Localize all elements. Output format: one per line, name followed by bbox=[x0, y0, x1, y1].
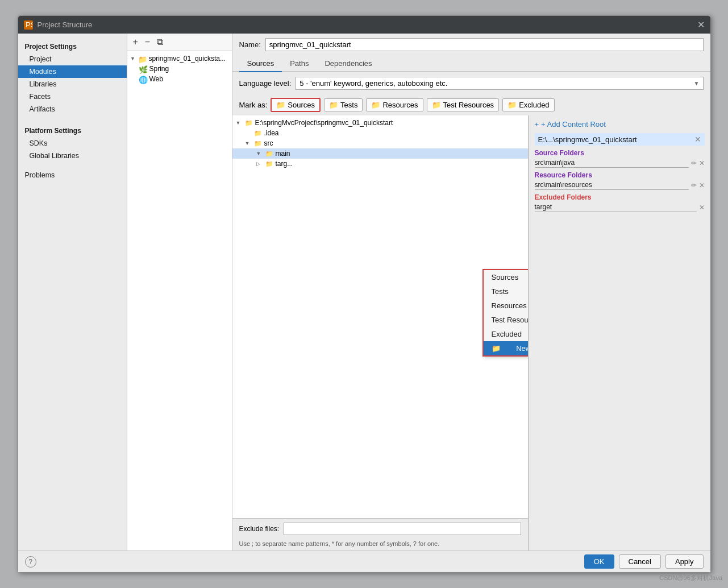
right-root-header: E:\...\springmvc_01_quickstart ✕ bbox=[535, 133, 705, 146]
file-folder-icon-main: 📁 bbox=[265, 150, 274, 158]
tree-item-web[interactable]: 🌐 Web bbox=[127, 74, 232, 84]
add-module-button[interactable]: + bbox=[131, 36, 140, 48]
tree-item-springmvc[interactable]: ▼ 📁 springmvc_01_quicksta... bbox=[127, 53, 232, 64]
file-item-target[interactable]: ▷ 📁 targ... bbox=[232, 159, 528, 169]
sources-folder-icon: 📁 bbox=[276, 101, 285, 109]
help-button[interactable]: ? bbox=[25, 556, 36, 568]
file-folder-icon-target: 📁 bbox=[265, 160, 274, 168]
file-arrow-target: ▷ bbox=[256, 161, 263, 167]
mark-as-resources-label: Resources bbox=[382, 101, 418, 109]
sidebar-item-facets[interactable]: Facets bbox=[18, 90, 127, 103]
file-item-idea[interactable]: 📁 .idea bbox=[232, 128, 528, 138]
sidebar-item-libraries[interactable]: Libraries bbox=[18, 78, 127, 90]
module-panel: + − ⧉ ▼ 📁 springmvc_01_quicksta... 🌿 Spr… bbox=[127, 34, 710, 550]
cancel-button[interactable]: Cancel bbox=[619, 554, 661, 569]
ok-button[interactable]: OK bbox=[584, 554, 614, 569]
exclude-files-label: Exclude files: bbox=[239, 525, 280, 533]
svg-text:PS: PS bbox=[26, 21, 32, 29]
file-item-root[interactable]: ▼ 📁 E:\springMvcProject\springmvc_01_qui… bbox=[232, 118, 528, 128]
exclude-files-input[interactable] bbox=[284, 523, 521, 535]
file-folder-icon-root: 📁 bbox=[244, 119, 253, 127]
window-title: Project Structure bbox=[38, 20, 93, 29]
mark-as-excluded-button[interactable]: 📁 Excluded bbox=[502, 98, 554, 111]
source-folder-path: src\main\java bbox=[535, 159, 689, 168]
name-row: Name: bbox=[232, 34, 710, 56]
file-tree-panel: ▼ 📁 E:\springMvcProject\springmvc_01_qui… bbox=[232, 115, 529, 550]
tree-label-web: Web bbox=[149, 75, 163, 83]
ctx-label-test-resources: Test Resources bbox=[492, 316, 529, 324]
sidebar: Project Settings Project Modules Librari… bbox=[18, 34, 127, 550]
sidebar-item-sdks[interactable]: SDKs bbox=[18, 137, 127, 150]
excluded-folder-icon: 📁 bbox=[507, 101, 517, 109]
sidebar-item-global-libraries[interactable]: Global Libraries bbox=[18, 150, 127, 162]
resources-folder-icon: 📁 bbox=[371, 101, 380, 109]
tree-toolbar: + − ⧉ bbox=[127, 34, 232, 51]
file-arrow-src: ▼ bbox=[245, 140, 252, 146]
spring-icon: 🌿 bbox=[139, 65, 148, 73]
file-item-main[interactable]: ▼ 📁 main bbox=[232, 148, 528, 159]
name-input[interactable] bbox=[265, 38, 704, 51]
ctx-item-test-resources[interactable]: Test Resources bbox=[484, 313, 529, 327]
mark-as-tests-label: Tests bbox=[340, 101, 357, 109]
content-panel: Name: Sources Paths Dependencies Languag… bbox=[232, 34, 710, 550]
test-resources-folder-icon: 📁 bbox=[432, 101, 441, 109]
tree-label-spring: Spring bbox=[149, 65, 169, 73]
close-button[interactable]: ✕ bbox=[697, 19, 705, 30]
add-content-root-button[interactable]: + + Add Content Root bbox=[535, 120, 705, 129]
copy-module-button[interactable]: ⧉ bbox=[155, 36, 165, 48]
ctx-item-excluded[interactable]: Excluded Alt+E bbox=[484, 327, 529, 341]
sidebar-item-problems[interactable]: Problems bbox=[18, 169, 127, 181]
web-icon: 🌐 bbox=[139, 76, 148, 83]
file-tree-inner: ▼ 📁 E:\springMvcProject\springmvc_01_qui… bbox=[232, 115, 528, 171]
right-root-close-button[interactable]: ✕ bbox=[694, 135, 701, 144]
excluded-folder-remove-button[interactable]: ✕ bbox=[699, 204, 705, 212]
file-label-root: E:\springMvcProject\springmvc_01_quickst… bbox=[255, 119, 393, 127]
file-item-src[interactable]: ▼ 📁 src bbox=[232, 138, 528, 148]
apply-button[interactable]: Apply bbox=[665, 554, 704, 569]
resource-folder-icons: ✏ ✕ bbox=[691, 181, 705, 189]
excluded-folder-icons: ✕ bbox=[699, 204, 705, 212]
tab-sources[interactable]: Sources bbox=[239, 56, 282, 72]
source-folder-edit-button[interactable]: ✏ bbox=[691, 159, 697, 167]
window-body: Project Settings Project Modules Librari… bbox=[18, 34, 710, 550]
ctx-label-excluded: Excluded bbox=[492, 330, 522, 338]
watermark: CSDN@96多对机Java bbox=[659, 574, 722, 582]
ctx-item-sources[interactable]: Sources Alt+S bbox=[484, 270, 529, 284]
mark-as-resources-button[interactable]: 📁 Resources bbox=[366, 98, 423, 111]
language-level-select[interactable]: 5 - 'enum' keyword, generics, autoboxing… bbox=[296, 77, 703, 90]
resource-folder-remove-button[interactable]: ✕ bbox=[699, 181, 705, 189]
ctx-item-new-folder[interactable]: 📁 New Folder... bbox=[484, 341, 529, 355]
app-icon: PS bbox=[24, 20, 33, 30]
tab-dependencies[interactable]: Dependencies bbox=[317, 56, 380, 72]
mark-as-sources-button[interactable]: 📁 Sources bbox=[271, 98, 321, 112]
right-root-path: E:\...\springmvc_01_quickstart bbox=[538, 135, 637, 144]
remove-module-button[interactable]: − bbox=[143, 36, 152, 48]
excluded-folders-label: Excluded Folders bbox=[535, 193, 705, 201]
exclude-hint: Use ; to separate name patterns, * for a… bbox=[232, 539, 528, 550]
mark-as-tests-button[interactable]: 📁 Tests bbox=[324, 98, 363, 111]
source-folder-remove-button[interactable]: ✕ bbox=[699, 159, 705, 167]
file-label-src: src bbox=[264, 139, 273, 147]
excluded-folder-row: target ✕ bbox=[535, 203, 705, 212]
mark-as-test-resources-button[interactable]: 📁 Test Resources bbox=[427, 98, 500, 111]
project-settings-label: Project Settings bbox=[18, 38, 127, 53]
tab-paths[interactable]: Paths bbox=[282, 56, 317, 72]
sidebar-item-project[interactable]: Project bbox=[18, 53, 127, 65]
resource-folder-edit-button[interactable]: ✏ bbox=[691, 181, 697, 189]
ctx-label-new-folder: New Folder... bbox=[516, 344, 528, 353]
ctx-item-resources[interactable]: Resources bbox=[484, 299, 529, 313]
file-arrow-root: ▼ bbox=[236, 120, 243, 126]
tree-item-spring[interactable]: 🌿 Spring bbox=[127, 64, 232, 74]
platform-settings-label: Platform Settings bbox=[18, 122, 127, 137]
sidebar-item-artifacts[interactable]: Artifacts bbox=[18, 103, 127, 115]
bottom-bar: ? OK Cancel Apply bbox=[18, 550, 710, 572]
language-level-label: Language level: bbox=[239, 79, 292, 88]
file-label-target: targ... bbox=[276, 160, 293, 168]
titlebar: PS Project Structure ✕ bbox=[18, 16, 710, 34]
tree-arrow-springmvc[interactable]: ▼ bbox=[130, 56, 136, 61]
excluded-folder-path: target bbox=[535, 203, 697, 212]
sidebar-item-modules[interactable]: Modules bbox=[18, 65, 127, 78]
mark-as-row: Mark as: 📁 Sources 📁 Tests 📁 Resources bbox=[232, 94, 710, 115]
ctx-item-tests[interactable]: Tests Alt+T bbox=[484, 284, 529, 299]
mark-as-test-resources-label: Test Resources bbox=[443, 101, 494, 109]
